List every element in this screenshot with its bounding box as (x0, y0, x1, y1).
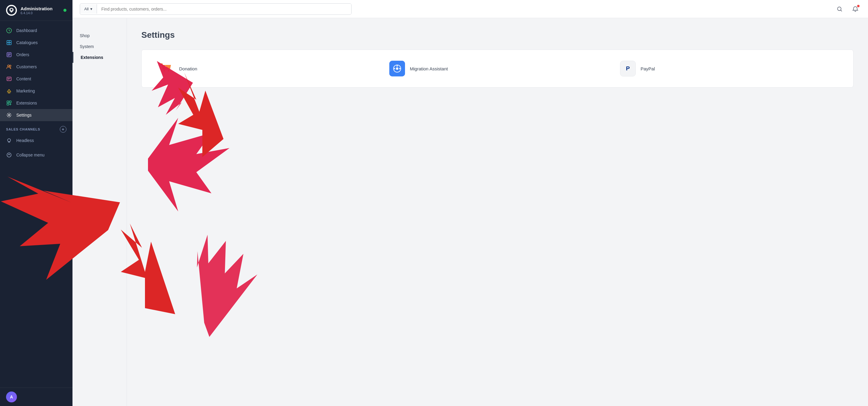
sidebar-item-extensions[interactable]: Extensions (0, 97, 72, 109)
topbar: All ▾ (72, 0, 868, 18)
migration-name: Migration Assistant (410, 66, 448, 71)
extension-item-paypal[interactable]: P PayPal (613, 57, 843, 80)
settings-page: Shop System Extensions Settings (72, 18, 868, 406)
sidebar-header: Administration 6.4.14.0 (0, 0, 72, 21)
svg-rect-13 (9, 101, 11, 103)
sidebar-item-marketing-label: Marketing (16, 89, 35, 93)
svg-point-21 (168, 70, 169, 71)
app-title-block: Administration 6.4.14.0 (21, 6, 60, 15)
svg-point-1 (10, 9, 12, 10)
sidebar-item-settings[interactable]: Settings (0, 109, 72, 121)
donation-name: Donation (179, 66, 197, 71)
headless-icon (6, 137, 12, 144)
svg-point-17 (7, 153, 11, 157)
catalogues-icon (6, 39, 12, 45)
settings-title: Settings (141, 30, 854, 40)
search-filter-chevron: ▾ (90, 7, 92, 11)
svg-rect-4 (9, 40, 11, 42)
collapse-menu-label: Collapse menu (16, 153, 44, 157)
sidebar-item-marketing[interactable]: Marketing (0, 85, 72, 97)
sidebar-item-orders[interactable]: Orders (0, 49, 72, 61)
online-status-dot (63, 9, 66, 12)
search-container: All ▾ (80, 3, 351, 15)
svg-rect-11 (8, 92, 10, 93)
dashboard-icon (6, 28, 12, 34)
settings-nav-extensions[interactable]: Extensions (72, 52, 127, 63)
extensions-grid: Donation (141, 50, 854, 88)
app-version: 6.4.14.0 (21, 11, 60, 15)
extensions-icon (6, 100, 12, 106)
extension-item-migration[interactable]: Migration Assistant (382, 57, 613, 80)
topbar-icons (834, 4, 861, 14)
add-sales-channel-button[interactable]: + (60, 126, 66, 133)
extension-item-donation[interactable]: Donation (151, 57, 382, 80)
svg-rect-6 (9, 42, 11, 45)
svg-rect-14 (7, 103, 9, 105)
svg-point-16 (7, 139, 10, 142)
donation-icon (159, 61, 174, 76)
notification-badge (857, 5, 860, 7)
orders-icon (6, 52, 12, 58)
sidebar-item-customers-label: Customers (16, 64, 37, 69)
sales-channels-label: Sales Channels (6, 127, 40, 131)
app-title: Administration (21, 6, 60, 11)
paypal-icon: P (620, 61, 636, 76)
sidebar-item-dashboard[interactable]: Dashboard (0, 25, 72, 36)
notifications-button[interactable] (850, 4, 861, 14)
sidebar-item-catalogues[interactable]: Catalogues (0, 36, 72, 49)
sidebar-nav: Dashboard Catalogues Order (0, 21, 72, 387)
sidebar-item-catalogues-label: Catalogues (16, 40, 38, 45)
sidebar-item-content-label: Content (16, 76, 31, 81)
svg-text:P: P (626, 65, 630, 71)
customers-icon (6, 64, 12, 70)
main-content: All ▾ Shop (72, 0, 868, 406)
svg-point-20 (164, 70, 165, 71)
search-filter-label: All (84, 7, 89, 11)
svg-point-9 (10, 65, 11, 67)
settings-nav-system[interactable]: System (72, 41, 127, 52)
sidebar-item-content[interactable]: Content (0, 73, 72, 85)
app-logo (6, 5, 17, 16)
collapse-menu-item[interactable]: Collapse menu (0, 149, 72, 161)
sidebar-item-orders-label: Orders (16, 52, 29, 57)
sidebar: Administration 6.4.14.0 Dashboard (0, 0, 72, 406)
svg-point-15 (8, 115, 10, 116)
settings-nav: Shop System Extensions (72, 18, 127, 406)
svg-rect-3 (7, 40, 9, 42)
sidebar-item-extensions-label: Extensions (16, 101, 37, 105)
sales-channels-section: Sales Channels + (0, 121, 72, 134)
svg-rect-10 (7, 77, 11, 81)
svg-rect-5 (7, 42, 9, 45)
settings-icon (6, 112, 12, 118)
sidebar-item-dashboard-label: Dashboard (16, 28, 37, 33)
svg-rect-12 (7, 101, 9, 103)
sidebar-item-headless[interactable]: Headless (0, 134, 72, 147)
user-avatar[interactable]: A (6, 392, 17, 402)
sidebar-item-headless-label: Headless (16, 138, 34, 143)
sidebar-item-settings-label: Settings (16, 113, 32, 118)
svg-point-24 (396, 67, 398, 70)
collapse-menu-icon (6, 152, 12, 158)
marketing-icon (6, 88, 12, 94)
search-input[interactable] (97, 4, 351, 14)
settings-nav-shop[interactable]: Shop (72, 30, 127, 41)
settings-main: Settings (127, 18, 868, 406)
paypal-name: PayPal (641, 66, 655, 71)
svg-point-8 (7, 65, 9, 67)
content-icon (6, 76, 12, 82)
search-filter-button[interactable]: All ▾ (80, 4, 97, 13)
search-topbar-button[interactable] (834, 4, 845, 14)
sidebar-item-customers[interactable]: Customers (0, 61, 72, 73)
migration-icon (389, 61, 405, 76)
